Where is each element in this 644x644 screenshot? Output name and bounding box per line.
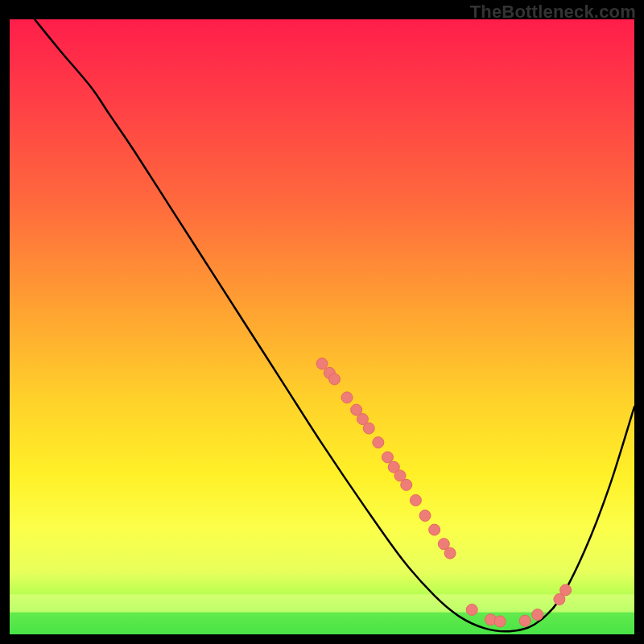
data-point (329, 374, 341, 385)
data-point (466, 604, 477, 615)
plot-area (10, 19, 634, 634)
data-point (316, 358, 328, 369)
watermark-text: TheBottleneck.com (470, 2, 636, 23)
bottleneck-curve-chart (10, 19, 634, 634)
data-point (410, 494, 421, 506)
data-point (363, 423, 374, 434)
data-point (373, 437, 384, 448)
data-point (494, 616, 506, 627)
data-point (519, 615, 530, 626)
data-point (419, 510, 431, 522)
data-point (532, 609, 543, 621)
data-point (382, 452, 393, 463)
gradient-background (10, 19, 634, 634)
data-point (341, 392, 353, 403)
data-point (401, 479, 412, 490)
data-point (560, 584, 572, 596)
data-point (429, 524, 440, 535)
chart-frame: TheBottleneck.com (0, 0, 644, 644)
data-point (444, 547, 456, 559)
